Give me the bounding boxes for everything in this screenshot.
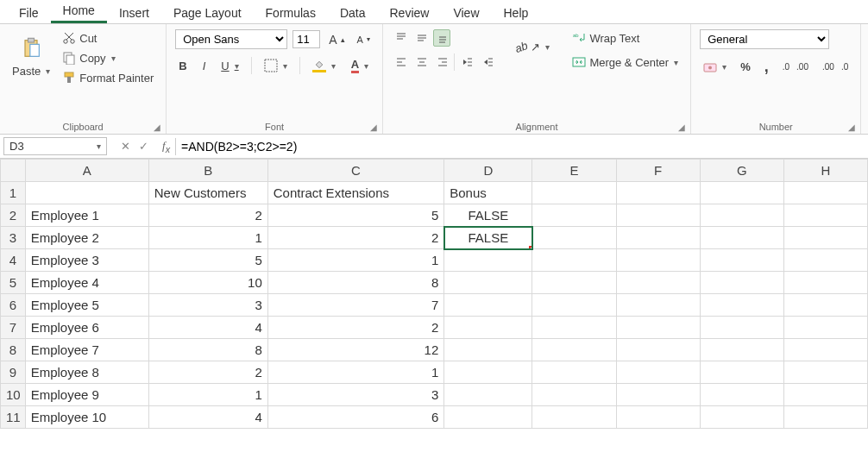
cell-selected[interactable]: FALSE xyxy=(444,227,532,249)
cell[interactable] xyxy=(783,182,867,204)
row-header[interactable]: 4 xyxy=(1,249,26,272)
tab-home[interactable]: Home xyxy=(51,0,107,23)
cell[interactable] xyxy=(616,384,700,406)
col-header[interactable]: F xyxy=(616,160,700,182)
cell[interactable]: 7 xyxy=(267,294,443,317)
number-launcher-icon[interactable]: ◢ xyxy=(848,122,855,132)
cell[interactable] xyxy=(532,272,616,294)
align-right-button[interactable] xyxy=(433,53,450,71)
fill-color-button[interactable]: ▾ xyxy=(309,58,339,74)
cell[interactable] xyxy=(783,204,867,227)
worksheet-grid[interactable]: A B C D E F G H 1New CustomersContract E… xyxy=(0,159,868,429)
merge-center-button[interactable]: Merge & Center▾ xyxy=(569,53,682,71)
border-button[interactable]: ▾ xyxy=(261,57,291,74)
cell[interactable] xyxy=(783,361,867,384)
paste-icon[interactable] xyxy=(19,36,43,60)
cell[interactable] xyxy=(700,339,783,361)
currency-button[interactable]: ▾ xyxy=(700,59,730,76)
col-header[interactable]: E xyxy=(532,160,616,182)
cell[interactable] xyxy=(700,317,783,339)
cell[interactable] xyxy=(616,204,700,227)
align-top-button[interactable] xyxy=(392,29,409,47)
tab-file[interactable]: File xyxy=(7,3,51,23)
cell[interactable] xyxy=(700,182,783,204)
cell[interactable]: 3 xyxy=(148,294,267,317)
increase-decimal-button[interactable]: .0.00 xyxy=(779,60,812,73)
cell[interactable] xyxy=(700,227,783,249)
cell[interactable] xyxy=(532,361,616,384)
copy-button[interactable]: Copy▾ xyxy=(59,49,157,66)
cell[interactable] xyxy=(25,182,148,204)
col-header[interactable]: B xyxy=(148,160,267,182)
cell[interactable] xyxy=(783,384,867,406)
row-header[interactable]: 6 xyxy=(1,294,26,317)
paste-button[interactable]: Paste▾ xyxy=(9,63,53,79)
clipboard-launcher-icon[interactable]: ◢ xyxy=(154,122,160,132)
cell[interactable]: Employee 10 xyxy=(25,406,148,429)
cell[interactable]: Employee 2 xyxy=(25,227,148,249)
cell[interactable]: Employee 3 xyxy=(25,249,148,272)
tab-page-layout[interactable]: Page Layout xyxy=(161,3,254,23)
cell[interactable]: 8 xyxy=(148,339,267,361)
cell[interactable]: 1 xyxy=(267,361,443,384)
align-left-button[interactable] xyxy=(392,53,409,71)
cell[interactable]: 10 xyxy=(148,272,267,294)
cell[interactable] xyxy=(532,204,616,227)
cell[interactable]: Contract Extensions xyxy=(267,182,443,204)
font-launcher-icon[interactable]: ◢ xyxy=(370,122,377,132)
cell[interactable] xyxy=(444,361,532,384)
cell[interactable]: 12 xyxy=(267,339,443,361)
cell[interactable] xyxy=(616,361,700,384)
cell[interactable] xyxy=(700,272,783,294)
cell[interactable]: 5 xyxy=(267,204,443,227)
name-box[interactable]: D3▾ xyxy=(3,137,107,155)
cell[interactable]: 1 xyxy=(267,249,443,272)
italic-button[interactable]: I xyxy=(199,58,210,74)
cell[interactable] xyxy=(444,406,532,429)
tab-formulas[interactable]: Formulas xyxy=(254,3,328,23)
cell[interactable]: 4 xyxy=(148,317,267,339)
cell[interactable] xyxy=(700,204,783,227)
indent-increase-button[interactable] xyxy=(479,53,496,71)
cell[interactable] xyxy=(444,317,532,339)
cell[interactable]: 3 xyxy=(267,384,443,406)
cell[interactable] xyxy=(444,249,532,272)
cell[interactable] xyxy=(616,339,700,361)
cell[interactable] xyxy=(532,406,616,429)
indent-decrease-button[interactable] xyxy=(458,53,475,71)
row-header[interactable]: 11 xyxy=(1,406,26,429)
cell[interactable] xyxy=(444,272,532,294)
cell[interactable]: Employee 4 xyxy=(25,272,148,294)
tab-data[interactable]: Data xyxy=(328,3,378,23)
cell[interactable]: 1 xyxy=(148,227,267,249)
cell[interactable] xyxy=(700,406,783,429)
font-size-input[interactable] xyxy=(292,30,320,48)
decrease-decimal-button[interactable]: .00.0 xyxy=(819,60,852,73)
row-header[interactable]: 8 xyxy=(1,339,26,361)
cell[interactable] xyxy=(700,294,783,317)
decrease-font-button[interactable]: A▾ xyxy=(354,33,374,47)
cell[interactable] xyxy=(616,182,700,204)
cell[interactable]: Employee 5 xyxy=(25,294,148,317)
formula-input[interactable] xyxy=(176,138,868,155)
underline-button[interactable]: U▾ xyxy=(217,58,242,74)
cell[interactable] xyxy=(783,317,867,339)
cell[interactable]: 2 xyxy=(148,361,267,384)
select-all-corner[interactable] xyxy=(1,160,26,182)
col-header[interactable]: H xyxy=(783,160,867,182)
cell[interactable]: FALSE xyxy=(444,204,532,227)
cell[interactable] xyxy=(532,249,616,272)
percent-button[interactable]: % xyxy=(737,59,754,75)
cell[interactable] xyxy=(783,272,867,294)
align-center-button[interactable] xyxy=(412,53,430,71)
row-header[interactable]: 3 xyxy=(1,227,26,249)
cell[interactable]: 4 xyxy=(148,406,267,429)
cell[interactable]: Employee 8 xyxy=(25,361,148,384)
cell[interactable] xyxy=(532,339,616,361)
cell[interactable] xyxy=(532,384,616,406)
align-middle-button[interactable] xyxy=(412,29,430,47)
cell[interactable]: Employee 7 xyxy=(25,339,148,361)
cell[interactable] xyxy=(700,249,783,272)
cell[interactable]: Employee 1 xyxy=(25,204,148,227)
col-header[interactable]: D xyxy=(444,160,532,182)
